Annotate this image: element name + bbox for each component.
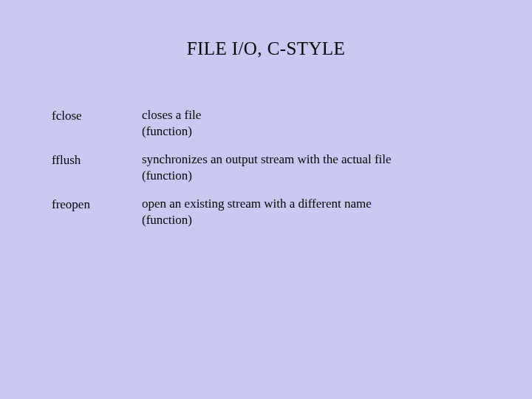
- slide-title: FILE I/O, C-STYLE: [0, 38, 532, 59]
- function-name: fflush: [52, 151, 139, 184]
- function-desc: open an existing stream with a different…: [142, 196, 480, 228]
- desc-kind: (function): [142, 124, 192, 138]
- function-table: fclose closes a file (function) fflush s…: [52, 107, 480, 229]
- function-name: freopen: [52, 196, 139, 228]
- desc-kind: (function): [142, 168, 192, 183]
- desc-kind: (function): [142, 213, 192, 227]
- function-desc: closes a file (function): [142, 107, 480, 140]
- desc-text: synchronizes an output stream with the a…: [142, 152, 392, 166]
- function-desc: synchronizes an output stream with the a…: [142, 151, 480, 184]
- slide: FILE I/O, C-STYLE fclose closes a file (…: [0, 0, 532, 399]
- function-name: fclose: [52, 107, 139, 140]
- desc-text: closes a file: [142, 108, 201, 122]
- desc-text: open an existing stream with a different…: [142, 197, 372, 211]
